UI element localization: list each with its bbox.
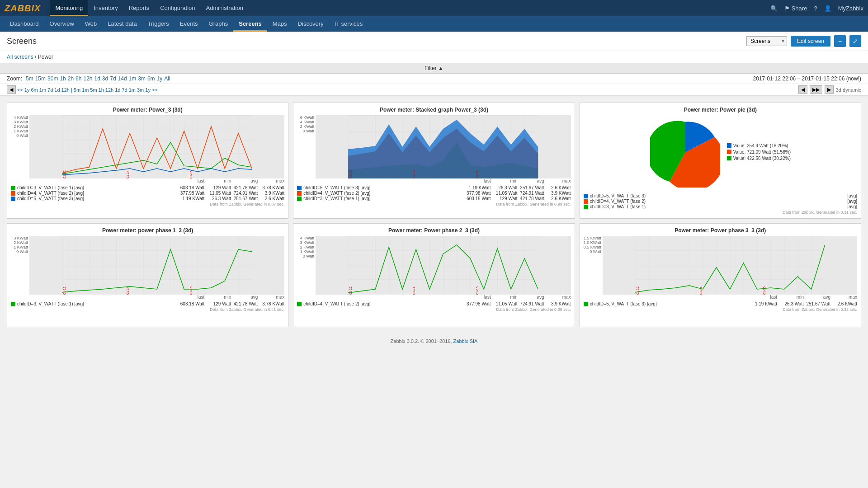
zoom-2h[interactable]: 2h [68, 75, 74, 82]
breadcrumb: All screens / Power [0, 51, 868, 63]
nav-1m-left[interactable]: 1m [39, 87, 46, 93]
nav-graphs[interactable]: Graphs [203, 16, 234, 32]
svg-text:01-15: 01-15 [762, 286, 765, 295]
chart-svg-phase2: 01-12 01-14 01-15 [316, 236, 571, 295]
screens-select[interactable]: Screens [746, 36, 787, 46]
nav-1y-left[interactable]: 1y [24, 87, 30, 93]
chart-svg-stacked: 01-12 01-14 01-15 [316, 115, 571, 178]
nav-discovery[interactable]: Discovery [292, 16, 329, 32]
nav-screens[interactable]: Screens [233, 16, 267, 32]
zoom-7d[interactable]: 7d [110, 75, 116, 82]
nav-1h-right[interactable]: 1h [99, 87, 104, 93]
page-title: Screens [7, 37, 37, 46]
nav-5m-sep: | [71, 87, 72, 93]
zoom-1y[interactable]: 1y [157, 75, 163, 82]
nav-dashboard[interactable]: Dashboard [5, 16, 44, 32]
y-axis-phase3: 1.5 KWatt1.0 KWatt0.5 KWatt0 Watt [584, 236, 601, 254]
nav-administration[interactable]: Administration [201, 0, 249, 16]
svg-text:01-15: 01-15 [189, 286, 193, 295]
nav-triggers[interactable]: Triggers [142, 16, 175, 32]
zoom-30m[interactable]: 30m [47, 75, 58, 82]
nav-1d-left[interactable]: 1d [54, 87, 60, 93]
nav-12h-left[interactable]: 12h [61, 87, 70, 93]
logo: ZABBIX [5, 3, 41, 14]
nav-1m-far-right[interactable]: 1m [129, 87, 136, 93]
nav-web[interactable]: Web [80, 16, 103, 32]
chart-title-phase2: Power meter: Power phase 2_3 (3d) [297, 227, 571, 234]
screens-select-wrapper[interactable]: Screens [746, 36, 787, 46]
nav-5m-right[interactable]: 5m [90, 87, 97, 93]
nav-7d-right[interactable]: 7d [122, 87, 127, 93]
minus-button[interactable]: − [834, 35, 846, 47]
nav-it-services[interactable]: IT services [329, 16, 368, 32]
zoom-1m[interactable]: 1m [129, 75, 137, 82]
zoom-15m[interactable]: 15m [35, 75, 46, 82]
zoom-12h[interactable]: 12h [83, 75, 92, 82]
help-icon[interactable]: ? [814, 5, 817, 12]
nav-5m[interactable]: 5m [74, 87, 80, 93]
nav-1y-right[interactable]: 1y [145, 87, 151, 93]
zoom-3d[interactable]: 3d [102, 75, 108, 82]
svg-text:01-14: 01-14 [699, 286, 702, 295]
nav-prev-prev[interactable]: << [17, 87, 23, 93]
chart-footer-pie: Data from Zabbix. Generated in 0.31 sec. [584, 210, 857, 215]
chart-title-stacked: Power meter: Stacked graph Power_3 (3d) [297, 107, 571, 113]
nav-1m-right[interactable]: 1m [82, 87, 89, 93]
chart-panel-power3: Power meter: Power_3 (3d) 4 KWatt3 KWatt… [7, 103, 288, 219]
zoom-5m[interactable]: 5m [26, 75, 33, 82]
nav-monitoring[interactable]: Monitoring [50, 0, 88, 16]
zoom-1h[interactable]: 1h [60, 75, 66, 82]
myzabbix-link[interactable]: MyZabbix [838, 5, 863, 12]
nav-right-arrow[interactable]: ▶ [825, 85, 834, 94]
nav-7d-left[interactable]: 7d [47, 87, 53, 93]
chart-legend-pie: childID=5, V_WATT (fase 3)[avg] childID=… [584, 193, 857, 209]
chart-title-phase1: Power meter: power phase 1_3 (3d) [11, 227, 284, 234]
chart-legend-phase1: childID=3, V_WATT (fase 1) [avg]603.18 W… [11, 301, 284, 306]
nav-reports[interactable]: Reports [123, 0, 155, 16]
svg-text:01-14: 01-14 [412, 170, 415, 178]
zoom-14d[interactable]: 14d [118, 75, 127, 82]
user-icon[interactable]: 👤 [824, 5, 831, 12]
nav-maps[interactable]: Maps [267, 16, 292, 32]
legend-header-phase3: lastminavgmax [584, 295, 857, 300]
zoom-6h[interactable]: 6h [75, 75, 81, 82]
breadcrumb-all-screens[interactable]: All screens [7, 54, 33, 60]
breadcrumb-separator: / [35, 54, 38, 60]
prev-arrow-btn[interactable]: ◀ [7, 85, 16, 94]
chart-grid-top: Power meter: Power_3 (3d) 4 KWatt3 KWatt… [7, 103, 861, 219]
nav-right-dots[interactable]: ▶▶ [810, 85, 822, 94]
zoom-all[interactable]: All [164, 75, 170, 82]
chart-panel-pie: Power meter: Power pie (3d) Value: 254.4… [580, 103, 861, 219]
zoom-label: Zoom: [7, 75, 22, 82]
nav-left-arrow[interactable]: ◀ [798, 85, 807, 94]
pie-area: Value: 254.4 Watt (18.20%) Value: 721.09… [584, 115, 857, 190]
filter-label: Filter ▲ [425, 65, 443, 71]
nav-6m-left[interactable]: 6m [31, 87, 38, 93]
expand-button[interactable]: ⤢ [849, 35, 861, 47]
nav-configuration[interactable]: Configuration [155, 0, 200, 16]
zoom-6m[interactable]: 6m [147, 75, 155, 82]
pie-legend: Value: 254.4 Watt (18.20%) Value: 721.09… [727, 143, 791, 162]
svg-text:01-14: 01-14 [126, 286, 129, 295]
search-icon[interactable]: 🔍 [770, 5, 778, 12]
header-controls: Screens Edit screen − ⤢ [746, 35, 861, 47]
nav-3m-right[interactable]: 3m [137, 87, 144, 93]
zoom-1d[interactable]: 1d [94, 75, 100, 82]
nav-12h-right[interactable]: 12h [105, 87, 113, 93]
chart-svg-power3: 01-12 01-14 01-15 [29, 115, 284, 178]
nav-overview[interactable]: Overview [44, 16, 80, 32]
nav-1d-right[interactable]: 1d [115, 87, 120, 93]
edit-screen-button[interactable]: Edit screen [791, 36, 830, 47]
nav-events[interactable]: Events [175, 16, 203, 32]
share-button[interactable]: ⚑ Share [784, 5, 807, 12]
chart-panel-phase2: Power meter: Power phase 2_3 (3d) 4 KWat… [293, 223, 575, 327]
nav-next-next[interactable]: >> [152, 87, 158, 93]
footer-link[interactable]: Zabbix SIA [453, 338, 478, 344]
nav-latest-data[interactable]: Latest data [102, 16, 142, 32]
legend-header-phase2: lastminavgmax [297, 295, 571, 300]
chart-panel-stacked: Power meter: Stacked graph Power_3 (3d) … [293, 103, 575, 219]
filter-bar[interactable]: Filter ▲ [0, 63, 868, 74]
nav-inventory[interactable]: Inventory [88, 0, 123, 16]
svg-rect-11 [62, 236, 252, 295]
zoom-3m[interactable]: 3m [138, 75, 146, 82]
